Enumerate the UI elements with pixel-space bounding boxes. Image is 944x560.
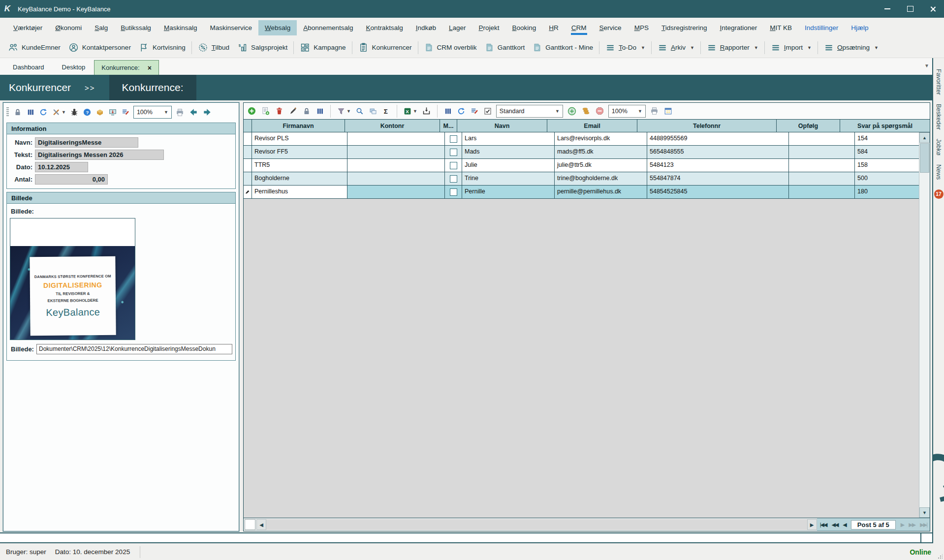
menu-lager[interactable]: Lager xyxy=(442,20,472,35)
menu-mit-kb[interactable]: MIT KB xyxy=(763,20,798,35)
menu-tidsregistrering[interactable]: Tidsregistrering xyxy=(655,20,714,35)
pager-fast-prev-icon[interactable]: ◀◀ xyxy=(831,522,838,528)
row-checkbox[interactable] xyxy=(450,188,457,196)
menu-okonomi[interactable]: Økonomi xyxy=(49,20,88,35)
menu-kontraktsalg[interactable]: Kontraktsalg xyxy=(360,20,409,35)
cell-firmanavn[interactable]: TTR5 xyxy=(252,159,347,172)
crm-overblik-button[interactable]: CRM overblik xyxy=(420,41,481,54)
cell-checkbox[interactable] xyxy=(445,146,462,158)
row-checkbox[interactable] xyxy=(450,149,457,156)
sidebar-item-news[interactable]: News xyxy=(935,164,942,180)
navn-field[interactable]: DigitaliseringsMesse xyxy=(35,137,138,148)
search-button[interactable] xyxy=(355,106,365,116)
cell-telefonnr[interactable]: 44889955569 xyxy=(647,132,789,145)
image-view-button[interactable] xyxy=(368,106,378,116)
header-email[interactable]: Email xyxy=(547,120,637,132)
breadcrumb-parent[interactable]: Konkurrencer xyxy=(0,82,71,93)
menu-hr[interactable]: HR xyxy=(542,20,565,35)
scrollbar-track[interactable] xyxy=(919,173,930,507)
pager-prev-icon[interactable]: ◀ xyxy=(843,522,846,528)
menu-websalg[interactable]: Websalg xyxy=(258,20,297,35)
panel-zoom-select[interactable]: 100% ▼ xyxy=(133,106,172,119)
tab-dashboard[interactable]: Dashboard xyxy=(4,60,53,75)
cell-opfolg[interactable] xyxy=(789,186,855,198)
drag-grip-icon[interactable] xyxy=(6,107,9,117)
excel-export-button[interactable]: X▼ xyxy=(403,106,418,116)
cell-firmanavn[interactable]: Pernilleshus xyxy=(252,186,347,198)
cell-email[interactable]: mads@ff5.dk xyxy=(555,146,647,158)
table-row[interactable]: Bogholderne Trine trine@bogholderne.dk 5… xyxy=(244,172,919,186)
cell-svar[interactable]: 154 xyxy=(855,132,919,145)
kontaktpersoner-button[interactable]: Kontaktpersoner xyxy=(64,40,135,55)
menu-integrationer[interactable]: Integrationer xyxy=(713,20,763,35)
cell-navn[interactable]: Trine xyxy=(462,172,555,185)
cell-navn[interactable]: Lars xyxy=(462,132,555,145)
grid-print-button[interactable] xyxy=(649,106,660,116)
tab-desktop[interactable]: Desktop xyxy=(53,60,94,75)
rapporter-menu-button[interactable]: Rapporter▼ xyxy=(703,41,762,55)
tools-button[interactable]: ▼ xyxy=(51,107,66,117)
edit-row-button[interactable] xyxy=(288,106,298,116)
cell-svar[interactable]: 500 xyxy=(855,172,919,185)
tab-konkurrence[interactable]: Konkurrence: × xyxy=(94,60,159,75)
menu-maskinservice[interactable]: Maskinservice xyxy=(203,20,258,35)
import-menu-button[interactable]: Import▼ xyxy=(767,41,816,55)
grid-columns-button[interactable] xyxy=(315,106,325,116)
columns-button[interactable] xyxy=(26,107,35,117)
grid-edit-list-button[interactable] xyxy=(470,106,479,116)
todo-menu-button[interactable]: To-Do▼ xyxy=(601,41,649,55)
help-button[interactable]: ? xyxy=(82,107,92,117)
pager-first-icon[interactable]: |◀◀ xyxy=(820,522,827,528)
menu-vaerktojer[interactable]: Værktøjer xyxy=(7,20,49,35)
nav-forward-button[interactable] xyxy=(202,107,213,118)
row-checkbox[interactable] xyxy=(450,135,457,143)
header-firmanavn[interactable]: Firmanavn xyxy=(252,120,345,132)
lock-grid-button[interactable] xyxy=(302,106,312,116)
grid-corner-box[interactable] xyxy=(245,519,255,530)
grid-zoom-select[interactable]: 100% ▼ xyxy=(608,105,646,118)
horizontal-scrollbar-track[interactable] xyxy=(266,519,807,530)
cell-kontonr[interactable] xyxy=(347,146,445,158)
tab-overflow-icon[interactable]: ▼ xyxy=(924,63,929,68)
table-row-selected[interactable]: Pernilleshus Pernille pernille@pernilleh… xyxy=(244,186,919,199)
cell-email[interactable]: pernille@pernillehus.dk xyxy=(555,186,647,198)
cell-kontonr[interactable] xyxy=(347,132,445,145)
cell-email[interactable]: Lars@revisorpls.dk xyxy=(555,132,647,145)
cell-firmanavn[interactable]: Bogholderne xyxy=(252,172,347,185)
sidebar-item-beskeder[interactable]: Beskeder xyxy=(935,104,942,130)
maximize-button[interactable] xyxy=(899,0,921,18)
header-telefonnr[interactable]: Telefonnr xyxy=(637,120,777,132)
cell-navn[interactable]: Pernille xyxy=(462,186,555,198)
cell-kontonr[interactable] xyxy=(347,159,445,172)
cell-telefonnr[interactable]: 54854525845 xyxy=(647,186,789,198)
debug-button[interactable] xyxy=(69,107,79,117)
view-select[interactable]: Standard ▼ xyxy=(496,105,563,118)
ganttkort-mine-button[interactable]: Ganttkort - Mine xyxy=(529,41,597,54)
sum-button[interactable]: Σ xyxy=(381,106,391,116)
cell-svar[interactable]: 180 xyxy=(855,186,919,198)
cell-kontonr[interactable] xyxy=(347,172,445,185)
menu-booking[interactable]: Booking xyxy=(506,20,543,35)
menu-crm[interactable]: CRM xyxy=(565,20,593,35)
tilbud-button[interactable]: Tilbud xyxy=(194,40,233,55)
cell-kontonr[interactable] xyxy=(347,186,445,198)
kundeemner-button[interactable]: KundeEmner xyxy=(4,40,64,55)
cell-checkbox[interactable] xyxy=(445,132,462,145)
konkurrencer-button[interactable]: Konkurrencer xyxy=(354,40,416,55)
remove-button[interactable] xyxy=(595,106,605,116)
sidebar-item-jobko[interactable]: Jobkø xyxy=(935,139,942,156)
edit-list-button[interactable] xyxy=(121,107,130,117)
cell-opfolg[interactable] xyxy=(789,132,855,145)
lock-button[interactable] xyxy=(13,107,23,117)
information-section-header[interactable]: Information xyxy=(7,123,235,134)
cell-telefonnr[interactable]: 5484123 xyxy=(647,159,789,172)
cell-opfolg[interactable] xyxy=(789,159,855,172)
scroll-left-icon[interactable]: ◀ xyxy=(256,519,266,530)
grid-columns2-button[interactable] xyxy=(443,106,453,116)
cell-opfolg[interactable] xyxy=(789,172,855,185)
menu-mps[interactable]: MPS xyxy=(628,20,655,35)
close-button[interactable] xyxy=(921,0,944,18)
pager-fast-next-icon[interactable]: ▶▶ xyxy=(909,522,915,528)
table-row[interactable]: TTR5 Julie julie@ttr5.dk 5484123 158 xyxy=(244,159,919,172)
cell-checkbox[interactable] xyxy=(445,172,462,185)
